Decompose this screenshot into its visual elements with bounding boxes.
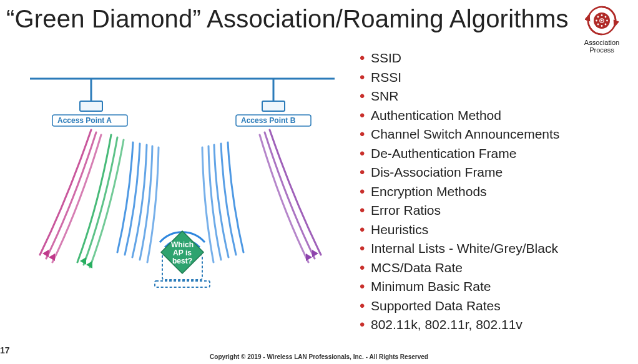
bullet-item: RSSI: [360, 68, 622, 87]
svg-point-9: [597, 24, 599, 26]
svg-point-3: [601, 14, 603, 16]
bullet-item: MCS/Data Rate: [360, 258, 622, 278]
svg-rect-14: [80, 101, 102, 111]
bullet-item: Supported Data Rates: [360, 297, 622, 316]
svg-point-2: [601, 20, 603, 22]
bullet-item: Authentication Method: [360, 106, 622, 125]
bullet-item: Error Ratios: [360, 201, 622, 220]
ap-a-label: Access Point A: [57, 116, 112, 125]
svg-rect-15: [262, 101, 285, 111]
association-process-icon: [585, 4, 619, 37]
callout-line3: best?: [172, 257, 192, 265]
copyright-footer: Copyright © 2019 - Wireless LAN Professi…: [210, 353, 428, 360]
slide-title: “Green Diamond” Association/Roaming Algo…: [6, 5, 569, 33]
bullet-item: De-Authentication Frame: [360, 144, 622, 164]
svg-point-7: [597, 16, 599, 18]
svg-point-8: [605, 16, 607, 18]
svg-point-10: [605, 24, 607, 26]
svg-rect-25: [155, 281, 210, 287]
association-process-badge: Association Process: [582, 4, 622, 54]
bullet-item: Encryption Methods: [360, 182, 622, 202]
badge-caption-line1: Association: [582, 39, 622, 46]
svg-marker-21: [49, 253, 55, 261]
roaming-diagram: Access Point A Access Point B: [24, 67, 341, 292]
svg-marker-20: [42, 250, 49, 257]
callout-line1: Which: [171, 240, 194, 249]
svg-marker-22: [312, 250, 318, 257]
ap-b-label: Access Point B: [241, 116, 296, 125]
svg-point-4: [601, 25, 603, 27]
bullet-item: Internal Lists - White/Grey/Black: [360, 239, 622, 258]
bullet-item: SSID: [360, 49, 622, 68]
bullet-item: SNR: [360, 87, 622, 106]
bullet-item: Minimum Basic Rate: [360, 277, 622, 297]
svg-point-6: [606, 20, 608, 22]
bullet-item: Dis-Association Frame: [360, 163, 622, 182]
svg-point-5: [596, 20, 597, 22]
page-number: 17: [0, 345, 10, 355]
bullet-item: Heuristics: [360, 220, 622, 240]
callout-line2: AP is: [173, 248, 192, 257]
bullet-item: Channel Switch Announcements: [360, 125, 622, 144]
svg-marker-18: [80, 257, 86, 265]
which-ap-callout: Which AP is best?: [161, 231, 204, 273]
factors-list: SSIDRSSISNRAuthentication MethodChannel …: [360, 49, 622, 335]
bullet-item: 802.11k, 802.11r, 802.11v: [360, 315, 622, 335]
roaming-diagram-svg: Access Point A Access Point B: [24, 67, 341, 292]
svg-marker-23: [306, 253, 312, 261]
